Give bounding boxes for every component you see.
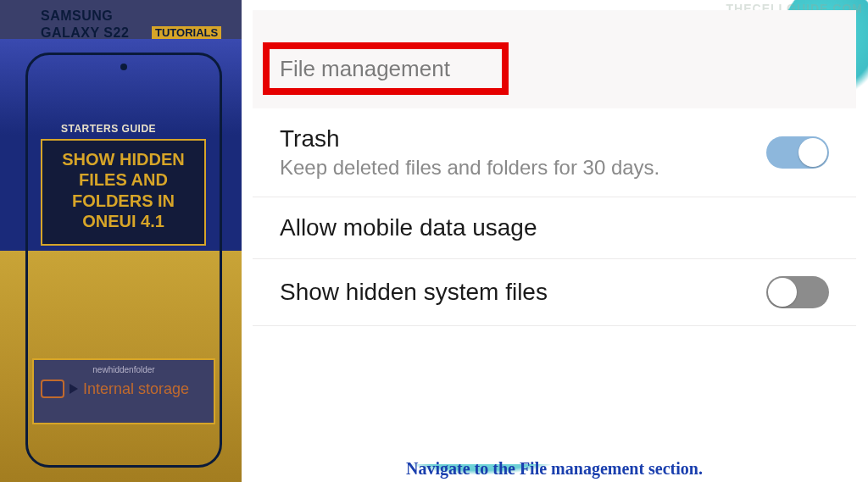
tutorial-title-line-2: FILES AND [47, 169, 199, 190]
play-icon [70, 384, 78, 394]
toggle-knob [798, 138, 827, 167]
toggle-knob [768, 278, 797, 307]
section-header-bar: File management [253, 10, 856, 108]
brand-line-2: GALAXY S22 [41, 25, 129, 41]
section-header-file-management: File management [268, 51, 465, 87]
setting-title: Trash [280, 125, 766, 152]
toggle-show-hidden[interactable] [766, 276, 829, 308]
toggle-trash[interactable] [766, 136, 829, 169]
setting-row-mobile-data[interactable]: Allow mobile data usage [253, 197, 856, 259]
tutorials-badge: TUTORIALS [152, 26, 221, 39]
settings-panel: File management Trash Keep deleted files… [253, 10, 856, 464]
tutorial-title-line-4: ONEUI 4.1 [47, 211, 199, 231]
setting-row-trash[interactable]: Trash Keep deleted files and folders for… [253, 108, 856, 197]
tutorial-title-box: SHOW HIDDEN FILES AND FOLDERS IN ONEUI 4… [41, 139, 206, 246]
storage-preview-box: newhiddenfolder Internal storage [32, 358, 215, 424]
tutorial-title-line-1: SHOW HIDDEN [47, 149, 199, 169]
setting-subtitle: Keep deleted files and folders for 30 da… [280, 156, 766, 180]
phone-camera-dot [120, 64, 127, 70]
tutorial-sidebar: SAMSUNG GALAXY S22 TUTORIALS STARTERS GU… [0, 0, 242, 482]
brand-line-1: SAMSUNG [41, 8, 113, 24]
starters-guide-label: STARTERS GUIDE [61, 123, 156, 135]
setting-title: Allow mobile data usage [280, 214, 829, 241]
setting-row-show-hidden[interactable]: Show hidden system files [253, 259, 856, 326]
folder-icon [41, 380, 64, 398]
instruction-caption: Navigate to the File management section. [253, 459, 856, 479]
setting-title: Show hidden system files [280, 279, 766, 306]
tutorial-title-line-3: FOLDERS IN [47, 191, 199, 211]
storage-hint: newhiddenfolder [41, 365, 207, 374]
internal-storage-label: Internal storage [83, 380, 189, 398]
